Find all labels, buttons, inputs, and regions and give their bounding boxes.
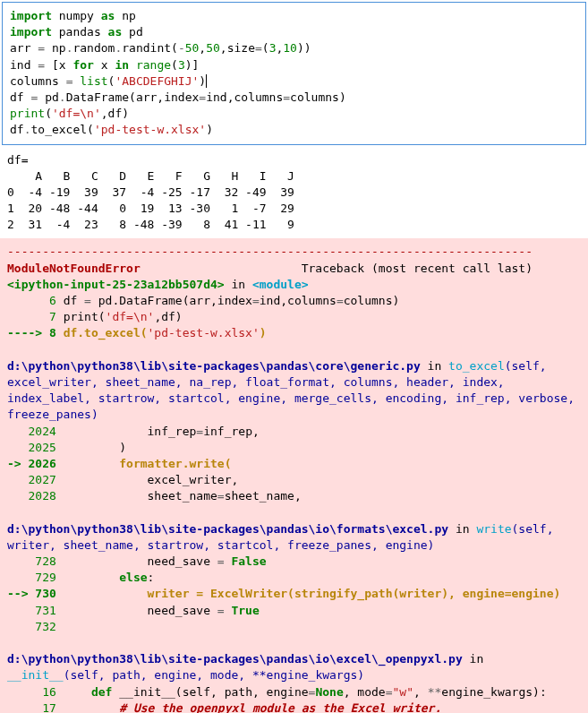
code-line: df = pd.DataFrame(arr,index=ind,columns=…: [10, 90, 578, 106]
code-line: ind = [x for x in range(3)]: [10, 57, 578, 73]
code-line: import numpy as np: [10, 8, 578, 24]
code-line: df.to_excel('pd-test-w.xlsx'): [10, 122, 578, 138]
dash-line: ----------------------------------------…: [7, 245, 533, 258]
code-line: arr = np.random.randint(-50,50,size=(3,1…: [10, 40, 578, 56]
error-traceback: ----------------------------------------…: [0, 238, 588, 713]
code-input-cell[interactable]: import numpy as np import pandas as pd a…: [2, 2, 586, 145]
code-line: print('df=\n',df): [10, 106, 578, 122]
code-line: columns = list('ABCDEFGHIJ'): [10, 73, 578, 90]
stdout-output: df= A B C D E F G H I J 0 -4 -19 39 37 -…: [0, 147, 588, 239]
code-line: import pandas as pd: [10, 24, 578, 40]
error-name: ModuleNotFoundError: [7, 262, 141, 275]
